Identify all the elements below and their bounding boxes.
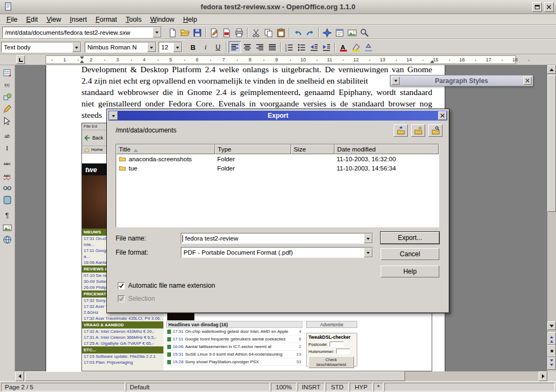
- bold-button[interactable]: B: [187, 41, 199, 53]
- find-replace-button[interactable]: [1, 182, 14, 194]
- stylist-button[interactable]: [333, 27, 346, 39]
- huisnummer-input[interactable]: [336, 349, 350, 354]
- online-layout-button[interactable]: [1, 233, 14, 245]
- nonprinting-characters-button[interactable]: ¶: [1, 210, 14, 222]
- check-availability-button[interactable]: Check beschikbaarheid: [308, 356, 354, 368]
- help-button[interactable]: Help: [381, 265, 439, 277]
- column-header-size[interactable]: Size: [291, 144, 334, 154]
- column-header-date-modified[interactable]: Date modified: [334, 144, 439, 154]
- headline-title[interactable]: Aantal faillissementen in ICT-sector nee…: [185, 344, 292, 349]
- scroll-down-button[interactable]: [547, 321, 556, 330]
- form-functions-button[interactable]: [1, 115, 14, 127]
- export-button[interactable]: Export...: [381, 232, 439, 244]
- paragraph-style-combobox[interactable]: Text body: [1, 42, 81, 53]
- direct-cursor-button[interactable]: I: [1, 142, 14, 154]
- navigation-button[interactable]: [547, 345, 556, 357]
- up-one-level-button[interactable]: [394, 124, 408, 137]
- file-list[interactable]: Title Type Size Date modified anaconda-s…: [116, 144, 439, 227]
- navigator-button[interactable]: [321, 27, 333, 39]
- align-left-button[interactable]: [229, 41, 241, 53]
- font-name-dropdown-button[interactable]: [147, 42, 156, 52]
- align-justify-button[interactable]: [266, 41, 279, 53]
- menu-view[interactable]: View: [42, 15, 66, 24]
- nav-item-link[interactable]: 17:15 Software update: FileZilla 2.2.1: [82, 353, 163, 359]
- increase-indent-button[interactable]: [320, 41, 333, 53]
- align-right-button[interactable]: [254, 41, 266, 53]
- panel-close-button[interactable]: [523, 77, 532, 85]
- menu-help[interactable]: Help: [179, 15, 201, 24]
- font-color-button[interactable]: A: [337, 41, 350, 53]
- data-sources-button[interactable]: [1, 194, 14, 206]
- insert-objects-button[interactable]: [1, 91, 14, 103]
- autotext-button[interactable]: ab: [1, 130, 14, 142]
- headline-row[interactable]: 17:11Google toont frequente gebruikers a…: [166, 336, 302, 343]
- font-size-dropdown-button[interactable]: [173, 42, 182, 52]
- nav-item-link[interactable]: 17:25 A: GigaByte GA-7VAXP € 65,-: [82, 340, 163, 346]
- cut-button[interactable]: [250, 27, 262, 39]
- panel-title[interactable]: Paragraph Styles: [401, 77, 522, 85]
- graphics-onoff-button[interactable]: [1, 222, 14, 233]
- next-page-button[interactable]: [547, 357, 556, 370]
- scroll-up-button[interactable]: [547, 65, 556, 74]
- column-header-title[interactable]: Title: [116, 144, 215, 154]
- menu-tools[interactable]: Tools: [121, 15, 146, 24]
- scroll-right-button[interactable]: [539, 371, 547, 381]
- panel-menu-button[interactable]: [391, 77, 400, 85]
- save-document-button[interactable]: [191, 27, 204, 39]
- left-indent-marker[interactable]: [80, 58, 84, 63]
- horizontal-scroll-thumb[interactable]: [25, 371, 405, 381]
- font-size-combobox[interactable]: 12: [159, 42, 182, 53]
- selection-mode-indicator[interactable]: STD: [326, 383, 349, 391]
- font-name-combobox[interactable]: Nimbus Roman N: [85, 42, 156, 53]
- auto-extension-checkbox[interactable]: [118, 282, 125, 289]
- default-directory-button[interactable]: [428, 124, 443, 137]
- file-row[interactable]: tue Folder 11-10-2003, 14:56:34: [116, 163, 439, 173]
- vertical-scroll-thumb[interactable]: [547, 75, 556, 212]
- print-file-button[interactable]: [233, 27, 245, 39]
- align-center-button[interactable]: [241, 41, 254, 53]
- italic-button[interactable]: i: [199, 41, 212, 53]
- nav-item-link[interactable]: 17:31 A: Intel Celeron 366MHz € 6,5,-: [82, 334, 163, 340]
- horizontal-ruler[interactable]: 123456789101112131415161718: [46, 55, 516, 64]
- file-format-combobox[interactable]: PDF - Portable Document Format (.pdf): [181, 247, 373, 258]
- create-new-directory-button[interactable]: [411, 124, 425, 137]
- headline-title[interactable]: On-chip waterkoeling getest door Intel, …: [185, 329, 292, 334]
- close-button[interactable]: [544, 2, 554, 12]
- postcode-input[interactable]: [330, 342, 344, 347]
- redo-button[interactable]: [304, 27, 317, 39]
- headline-title[interactable]: SuSE Linux 9.0 komt met Athlon 64-onders…: [185, 352, 292, 357]
- numbering-button[interactable]: 123: [283, 41, 295, 53]
- headline-title[interactable]: Google toont frequente gebruikers aantal…: [185, 337, 292, 342]
- zoom-button[interactable]: [358, 27, 371, 39]
- auto-extension-row[interactable]: Automatic file name extension: [118, 282, 215, 289]
- previous-page-button[interactable]: [547, 332, 556, 345]
- file-name-dropdown-button[interactable]: [364, 233, 372, 243]
- open-file-button[interactable]: [179, 27, 191, 39]
- tab-type-selector[interactable]: [16, 55, 25, 64]
- hyperlink-mode-indicator[interactable]: HYP: [350, 383, 372, 391]
- url-field[interactable]: /mnt/data/documents/fedora test2-review.…: [2, 27, 162, 38]
- spellcheck-button[interactable]: ABC: [1, 158, 14, 170]
- page-style-indicator[interactable]: Default: [126, 383, 270, 391]
- edit-file-button[interactable]: [208, 27, 220, 39]
- file-row[interactable]: anaconda-screenshots Folder 11-10-2003, …: [116, 154, 439, 163]
- nav-item-link[interactable]: 17:32 A: Intel Celeron 433Mhz € 20,-: [82, 328, 163, 334]
- headline-title[interactable]: Sony showt PlayStation-opvolger PSX: [185, 359, 292, 364]
- dialog-title-bar[interactable]: Export: [109, 111, 447, 121]
- horizontal-scrollbar[interactable]: [15, 371, 547, 381]
- nav-item-link[interactable]: 17:32 Acer Travelmate 435LCI, P4 3.06, .…: [82, 315, 163, 321]
- copy-button[interactable]: [262, 27, 275, 39]
- dialog-system-menu-button[interactable]: [109, 111, 118, 120]
- paste-button[interactable]: [275, 27, 287, 39]
- dialog-close-button[interactable]: [438, 111, 447, 120]
- file-format-dropdown-button[interactable]: [364, 248, 372, 257]
- insert-button[interactable]: [1, 67, 14, 79]
- column-header-type[interactable]: Type: [215, 144, 291, 154]
- zoom-indicator[interactable]: 100%: [271, 383, 296, 391]
- menu-file[interactable]: File: [2, 15, 22, 24]
- underline-button[interactable]: U: [212, 41, 224, 53]
- cancel-button[interactable]: Cancel: [381, 248, 439, 260]
- maximize-button[interactable]: [532, 2, 542, 12]
- headline-row[interactable]: 15:31SuSE Linux 9.0 komt met Athlon 64-o…: [166, 351, 302, 358]
- background-color-button[interactable]: [362, 41, 375, 53]
